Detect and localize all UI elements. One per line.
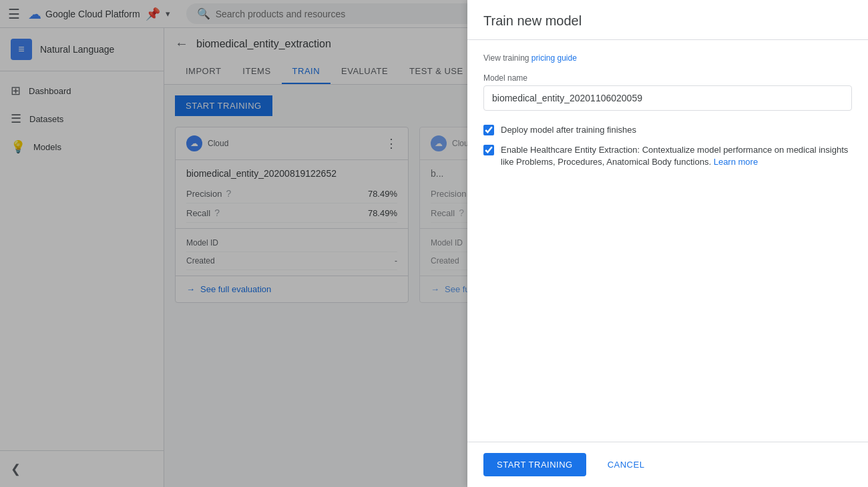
- healthcare-checkbox[interactable]: [483, 145, 494, 155]
- model-name-field: Model name: [483, 73, 852, 111]
- healthcare-checkbox-row: Enable Healthcare Entity Extraction: Con…: [483, 144, 852, 168]
- model-name-label: Model name: [483, 73, 852, 83]
- deploy-checkbox-row: Deploy model after training finishes: [483, 124, 852, 136]
- deploy-label: Deploy model after training finishes: [501, 124, 636, 136]
- pricing-link[interactable]: pricing guide: [531, 53, 577, 63]
- model-name-input[interactable]: [483, 85, 852, 111]
- learn-more-link[interactable]: Learn more: [714, 157, 758, 167]
- panel-start-training-button[interactable]: START TRAINING: [483, 453, 586, 476]
- panel-footer: START TRAINING CANCEL: [467, 442, 868, 487]
- panel-header: Train new model: [467, 0, 868, 40]
- panel-title: Train new model: [483, 13, 852, 29]
- panel-body: View training pricing guide Model name D…: [467, 40, 868, 442]
- pricing-text: View training pricing guide: [483, 53, 852, 63]
- healthcare-label: Enable Healthcare Entity Extraction: Con…: [501, 144, 852, 168]
- healthcare-label-bold: Enable Healthcare Entity Extraction:: [501, 145, 640, 155]
- side-panel: Train new model View training pricing gu…: [467, 0, 868, 487]
- panel-cancel-button[interactable]: CANCEL: [594, 453, 658, 476]
- deploy-checkbox[interactable]: [483, 125, 494, 135]
